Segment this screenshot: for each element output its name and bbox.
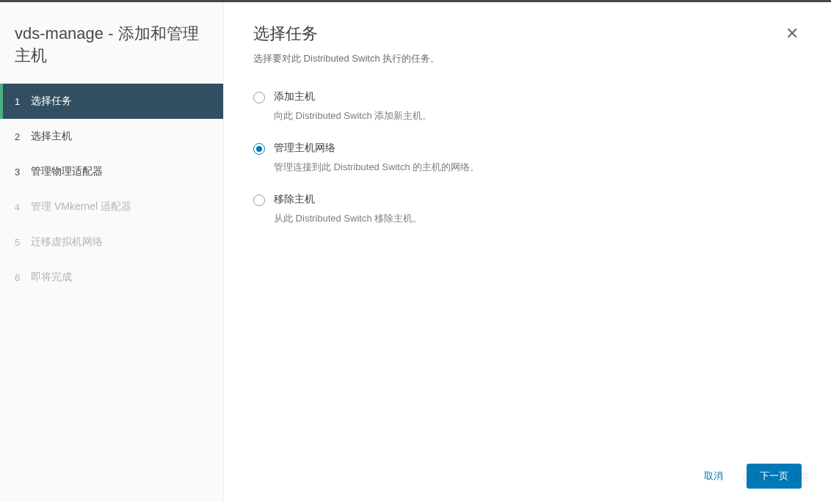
option-description: 从此 Distributed Switch 移除主机。 — [274, 212, 422, 225]
step-label: 管理物理适配器 — [31, 165, 208, 178]
option-label: 移除主机 — [274, 193, 422, 206]
page-title: 选择任务 — [253, 23, 783, 45]
step-number: 2 — [15, 131, 31, 142]
step-label: 管理 VMkernel 适配器 — [31, 200, 208, 213]
task-option-remove-hosts[interactable]: 移除主机从此 Distributed Switch 移除主机。 — [253, 193, 802, 225]
wizard-title: vds-manage - 添加和管理主机 — [0, 2, 223, 79]
radio-icon[interactable] — [253, 92, 265, 103]
option-description: 管理连接到此 Distributed Switch 的主机的网络。 — [274, 161, 479, 174]
option-texts: 添加主机向此 Distributed Switch 添加新主机。 — [274, 90, 432, 123]
wizard-step-2[interactable]: 2选择主机 — [0, 119, 223, 154]
wizard-step-3[interactable]: 3管理物理适配器 — [0, 154, 223, 189]
main-header: 选择任务 选择要对此 Distributed Switch 执行的任务。 ✕ — [253, 23, 802, 65]
main-titles: 选择任务 选择要对此 Distributed Switch 执行的任务。 — [253, 23, 783, 65]
wizard-step-5: 5迁移虚拟机网络 — [0, 224, 223, 260]
task-options: 添加主机向此 Distributed Switch 添加新主机。管理主机网络管理… — [253, 90, 802, 244]
step-number: 4 — [15, 202, 31, 213]
cancel-button[interactable]: 取消 — [698, 465, 729, 487]
wizard-step-4: 4管理 VMkernel 适配器 — [0, 189, 223, 224]
close-button[interactable]: ✕ — [783, 23, 802, 45]
wizard-main: 选择任务 选择要对此 Distributed Switch 执行的任务。 ✕ 添… — [224, 2, 831, 502]
wizard-footer: 取消 下一页 — [698, 464, 802, 489]
task-option-add-hosts[interactable]: 添加主机向此 Distributed Switch 添加新主机。 — [253, 90, 802, 123]
wizard-dialog: vds-manage - 添加和管理主机 1选择任务2选择主机3管理物理适配器4… — [0, 2, 831, 502]
step-number: 1 — [15, 96, 31, 107]
option-label: 添加主机 — [274, 90, 432, 103]
step-number: 3 — [15, 167, 31, 178]
step-number: 5 — [15, 237, 31, 248]
step-number: 6 — [15, 272, 31, 283]
step-label: 迁移虚拟机网络 — [31, 235, 208, 249]
step-label: 即将完成 — [31, 271, 208, 284]
option-label: 管理主机网络 — [274, 142, 479, 155]
option-texts: 管理主机网络管理连接到此 Distributed Switch 的主机的网络。 — [274, 142, 479, 174]
task-option-manage-net[interactable]: 管理主机网络管理连接到此 Distributed Switch 的主机的网络。 — [253, 142, 802, 174]
step-label: 选择主机 — [31, 130, 208, 143]
close-icon: ✕ — [785, 24, 799, 43]
radio-icon[interactable] — [253, 143, 265, 155]
page-subtitle: 选择要对此 Distributed Switch 执行的任务。 — [253, 52, 783, 65]
wizard-steps: 1选择任务2选择主机3管理物理适配器4管理 VMkernel 适配器5迁移虚拟机… — [0, 84, 223, 295]
option-texts: 移除主机从此 Distributed Switch 移除主机。 — [274, 193, 422, 225]
wizard-sidebar: vds-manage - 添加和管理主机 1选择任务2选择主机3管理物理适配器4… — [0, 2, 224, 502]
wizard-step-6: 6即将完成 — [0, 260, 223, 295]
step-label: 选择任务 — [31, 95, 208, 108]
radio-icon[interactable] — [253, 194, 265, 206]
next-button[interactable]: 下一页 — [747, 464, 802, 489]
option-description: 向此 Distributed Switch 添加新主机。 — [274, 109, 432, 123]
wizard-step-1[interactable]: 1选择任务 — [0, 84, 223, 119]
